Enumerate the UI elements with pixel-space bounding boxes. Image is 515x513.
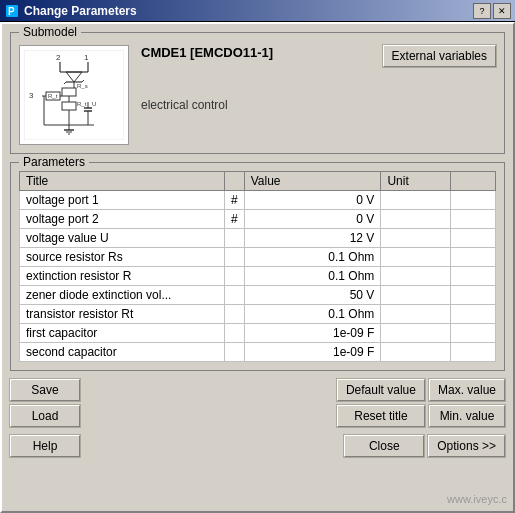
param-hash	[225, 324, 245, 343]
param-unit	[381, 210, 450, 229]
param-unit	[381, 267, 450, 286]
table-row[interactable]: first capacitor 1e-09 F	[20, 324, 496, 343]
max-value-button[interactable]: Max. value	[429, 379, 505, 401]
param-hash	[225, 286, 245, 305]
parameters-group: Parameters Title Value Unit voltage port…	[10, 162, 505, 371]
title-bar: P Change Parameters ? ✕	[0, 0, 515, 22]
svg-rect-17	[62, 102, 76, 110]
parameters-table: Title Value Unit voltage port 1 # 0 V vo…	[19, 171, 496, 362]
table-row[interactable]: voltage port 1 # 0 V	[20, 191, 496, 210]
param-hash	[225, 343, 245, 362]
param-unit	[381, 229, 450, 248]
param-unit	[381, 305, 450, 324]
svg-text:3: 3	[29, 91, 34, 100]
table-row[interactable]: extinction resistor R 0.1 Ohm	[20, 267, 496, 286]
param-value: 0.1 Ohm	[244, 267, 381, 286]
svg-text:1: 1	[84, 53, 89, 62]
param-extra	[450, 343, 496, 362]
param-extra	[450, 305, 496, 324]
footer-bar: Help Close Options >>	[10, 435, 505, 457]
component-info: CMDE1 [EMCDO11-1] External variables ele…	[141, 45, 496, 112]
load-button[interactable]: Load	[10, 405, 80, 427]
help-button[interactable]: Help	[10, 435, 80, 457]
param-hash	[225, 305, 245, 324]
reset-title-button[interactable]: Reset title	[337, 405, 425, 427]
watermark: www.iveyc.c	[447, 493, 507, 505]
param-value: 0.1 Ohm	[244, 305, 381, 324]
table-row[interactable]: source resistor Rs 0.1 Ohm	[20, 248, 496, 267]
param-value: 0 V	[244, 191, 381, 210]
table-row[interactable]: transistor resistor Rt 0.1 Ohm	[20, 305, 496, 324]
footer-right-buttons: Close Options >>	[344, 435, 505, 457]
param-title: voltage port 2	[20, 210, 225, 229]
default-value-button[interactable]: Default value	[337, 379, 425, 401]
bottom-section: Save Load Default value Reset title Max.…	[10, 379, 505, 427]
col-header-extra	[450, 172, 496, 191]
col-header-title: Title	[20, 172, 225, 191]
param-unit	[381, 191, 450, 210]
table-row[interactable]: voltage port 2 # 0 V	[20, 210, 496, 229]
param-title: extinction resistor R	[20, 267, 225, 286]
param-title: zener diode extinction vol...	[20, 286, 225, 305]
param-extra	[450, 324, 496, 343]
param-hash	[225, 267, 245, 286]
svg-rect-15	[62, 88, 76, 96]
param-value: 1e-09 F	[244, 324, 381, 343]
svg-text:R_s: R_s	[77, 83, 88, 89]
main-window: Submodel 2 1 3	[0, 22, 515, 513]
btn-pair-2: Max. value Min. value	[429, 379, 505, 427]
param-unit	[381, 286, 450, 305]
param-unit	[381, 248, 450, 267]
btn-row-left: Save Load	[10, 379, 80, 427]
param-title: second capacitor	[20, 343, 225, 362]
circuit-diagram: 2 1 3	[19, 45, 129, 145]
param-extra	[450, 210, 496, 229]
title-bar-buttons: ? ✕	[473, 3, 511, 19]
param-value: 1e-09 F	[244, 343, 381, 362]
param-value: 0.1 Ohm	[244, 248, 381, 267]
btn-pair-1: Default value Reset title	[337, 379, 425, 427]
table-row[interactable]: zener diode extinction vol... 50 V	[20, 286, 496, 305]
param-value: 12 V	[244, 229, 381, 248]
min-value-button[interactable]: Min. value	[429, 405, 505, 427]
close-titlebar-button[interactable]: ✕	[493, 3, 511, 19]
close-button[interactable]: Close	[344, 435, 424, 457]
param-value: 50 V	[244, 286, 381, 305]
param-value: 0 V	[244, 210, 381, 229]
param-hash: #	[225, 210, 245, 229]
param-title: source resistor Rs	[20, 248, 225, 267]
param-title: transistor resistor Rt	[20, 305, 225, 324]
save-button[interactable]: Save	[10, 379, 80, 401]
component-description: electrical control	[141, 98, 496, 112]
submodel-group: Submodel 2 1 3	[10, 32, 505, 154]
param-hash	[225, 229, 245, 248]
svg-text:U: U	[92, 101, 96, 107]
svg-text:R_t: R_t	[77, 101, 87, 107]
param-extra	[450, 229, 496, 248]
btn-row-1: Save Load Default value Reset title Max.…	[10, 379, 505, 427]
svg-text:P: P	[8, 6, 15, 17]
svg-text:R_t: R_t	[48, 93, 58, 99]
param-unit	[381, 343, 450, 362]
component-name: CMDE1 [EMCDO11-1]	[141, 45, 273, 60]
title-bar-text: Change Parameters	[24, 4, 473, 18]
param-extra	[450, 286, 496, 305]
col-header-value: Value	[244, 172, 381, 191]
param-hash: #	[225, 191, 245, 210]
param-title: voltage value U	[20, 229, 225, 248]
param-unit	[381, 324, 450, 343]
title-bar-icon: P	[4, 3, 20, 19]
param-extra	[450, 191, 496, 210]
table-row[interactable]: second capacitor 1e-09 F	[20, 343, 496, 362]
table-row[interactable]: voltage value U 12 V	[20, 229, 496, 248]
col-header-unit: Unit	[381, 172, 450, 191]
external-variables-button[interactable]: External variables	[383, 45, 496, 67]
options-button[interactable]: Options >>	[428, 435, 505, 457]
btn-row-right: Default value Reset title Max. value Min…	[337, 379, 505, 427]
parameters-legend: Parameters	[19, 155, 89, 169]
param-title: first capacitor	[20, 324, 225, 343]
submodel-content: 2 1 3	[19, 41, 496, 145]
svg-text:2: 2	[56, 53, 61, 62]
help-titlebar-button[interactable]: ?	[473, 3, 491, 19]
param-extra	[450, 267, 496, 286]
